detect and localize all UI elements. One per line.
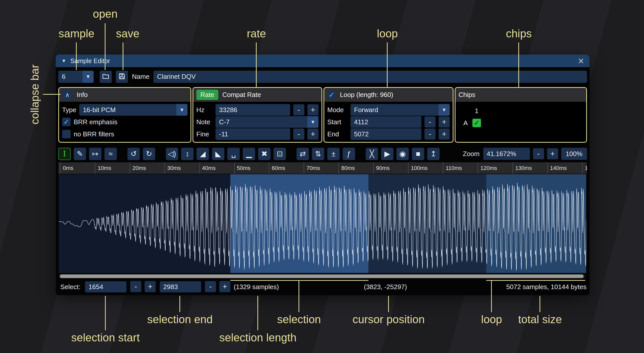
note-select[interactable]: C-7 ▼ <box>216 116 318 128</box>
brr-emphasis-checkbox[interactable]: ✓ <box>62 118 71 126</box>
loop-panel-title: Loop (length: 960) <box>340 91 393 99</box>
apply-silence-button[interactable]: ▁ <box>243 148 255 160</box>
scrollbar-thumb[interactable] <box>60 274 584 278</box>
loop-start-minus-button[interactable]: - <box>424 116 436 128</box>
type-select[interactable]: 16-bit PCM ▼ <box>79 104 187 116</box>
crossfade-button[interactable]: ╳ <box>366 148 378 160</box>
delete-icon: ✖ <box>261 149 267 158</box>
normalize-button[interactable]: ↕ <box>181 148 194 160</box>
titlebar[interactable]: ▼ Sample Editor × <box>56 55 589 67</box>
annotation-cursor-position: cursor position <box>353 313 425 326</box>
filter-button[interactable]: ƒ <box>343 148 355 160</box>
waveform-canvas[interactable] <box>59 174 586 273</box>
selection-start-plus-button[interactable]: + <box>145 281 156 292</box>
type-value: 16-bit PCM <box>83 106 116 114</box>
chevron-down-icon: ▼ <box>176 104 187 116</box>
waveform-scrollbar[interactable] <box>59 274 586 279</box>
stop-icon: ■ <box>416 150 420 158</box>
loop-panel: ✓ Loop (length: 960) Mode Forward ▼ Star… <box>324 87 453 143</box>
fine-plus-button[interactable]: + <box>307 129 318 140</box>
reverse-button[interactable]: ⇄ <box>297 148 309 160</box>
annotation-open: open <box>93 8 118 20</box>
loop-end-minus-button[interactable]: - <box>424 129 436 140</box>
play-cursor-button[interactable]: ◉ <box>396 148 409 160</box>
fade-out-button[interactable]: ◣ <box>212 148 224 160</box>
import-button[interactable]: ↥ <box>427 148 440 160</box>
delete-button[interactable]: ✖ <box>258 148 271 160</box>
open-button[interactable] <box>100 71 112 83</box>
play-button[interactable]: ▶ <box>381 148 393 160</box>
stop-button[interactable]: ■ <box>412 148 424 160</box>
amplify-button[interactable]: ◁) <box>166 148 178 160</box>
ruler-tick: 90ms <box>373 162 390 174</box>
pencil-button[interactable]: ✎ <box>74 148 86 160</box>
ruler-tick: 50ms <box>234 162 251 174</box>
filter-icon: ƒ <box>347 150 351 158</box>
fine-label: Fine <box>196 130 212 138</box>
selection-end-plus-button[interactable]: + <box>219 281 230 292</box>
edit-cursor-button[interactable]: I <box>58 148 71 160</box>
selection-end-minus-button[interactable]: - <box>205 281 216 292</box>
fine-minus-button[interactable]: - <box>293 129 304 140</box>
chips-panel: Chips 1 A ✓ <box>455 87 587 143</box>
ruler-tick: 30ms <box>165 162 181 174</box>
no-brr-filters-checkbox[interactable]: ✓ <box>62 130 71 138</box>
loop-start-input[interactable]: 4112 <box>351 116 421 128</box>
chip-enable-checkbox[interactable]: ✓ <box>472 119 481 127</box>
selection-start-input[interactable]: 1654 <box>85 281 126 292</box>
loop-end-input[interactable]: 5072 <box>351 128 421 140</box>
zoom-label: Zoom <box>463 150 483 158</box>
zoom-input[interactable]: 41.1672% <box>483 148 530 160</box>
redo-icon: ↻ <box>146 149 152 158</box>
annotation-chips: chips <box>506 27 532 40</box>
zoom-out-button[interactable]: - <box>533 148 544 159</box>
rate-panel-title: Compat Rate <box>222 91 261 99</box>
trim-button[interactable]: ⊡ <box>274 148 286 160</box>
resample-button[interactable]: ≈ <box>104 148 117 160</box>
rate-tag[interactable]: Rate <box>196 90 218 100</box>
zoom-reset-button[interactable]: 100% <box>561 148 587 160</box>
loop-start-plus-button[interactable]: + <box>439 116 450 128</box>
loop-end-plus-button[interactable]: + <box>439 129 450 140</box>
chevron-down-icon: ▼ <box>439 104 450 116</box>
undo-button[interactable]: ↺ <box>127 148 140 160</box>
fine-input[interactable]: -11 <box>216 128 290 140</box>
save-button[interactable] <box>116 71 128 83</box>
selection-end-input[interactable]: 2983 <box>160 281 201 292</box>
name-input[interactable]: Clarinet DQV <box>153 71 587 83</box>
hz-input[interactable]: 33286 <box>216 104 290 116</box>
collapse-bar-button[interactable]: ∧ <box>62 90 73 100</box>
annotation-line-selection-length <box>257 296 258 330</box>
loop-enable-checkbox[interactable]: ✓ <box>327 91 336 99</box>
sample-selector[interactable]: 6 ▼ <box>58 71 94 83</box>
fade-in-button[interactable]: ◢ <box>197 148 209 160</box>
loop-mode-select[interactable]: Forward ▼ <box>351 104 450 116</box>
chevron-down-icon: ▼ <box>307 116 318 128</box>
amplify-icon: ◁) <box>168 149 176 158</box>
fade-in-icon: ◢ <box>200 149 205 158</box>
close-icon[interactable]: × <box>578 56 584 66</box>
hz-minus-button[interactable]: - <box>293 104 304 115</box>
window-collapse-icon[interactable]: ▼ <box>61 58 66 64</box>
rate-panel: Rate Compat Rate Hz 33286 - + Note C-7 <box>193 87 322 143</box>
redo-button[interactable]: ↻ <box>143 148 155 160</box>
hz-plus-button[interactable]: + <box>307 104 318 115</box>
ruler-tick: 60ms <box>269 162 285 174</box>
invert-icon: ⇅ <box>315 149 321 158</box>
resize-button[interactable]: ↦ <box>89 148 101 160</box>
normalize-icon: ↕ <box>185 150 189 158</box>
selection-start-minus-button[interactable]: - <box>130 281 141 292</box>
ruler-tick: 100ms <box>408 162 427 174</box>
insert-silence-button[interactable]: ␣ <box>227 148 240 160</box>
annotation-line-selection-start <box>105 296 106 330</box>
signedness-button[interactable]: ± <box>327 148 340 160</box>
waveform-display[interactable] <box>59 174 586 273</box>
timeline-ruler[interactable]: 0ms10ms20ms30ms40ms50ms60ms70ms80ms90ms1… <box>58 162 587 174</box>
play-cursor-icon: ◉ <box>399 149 406 158</box>
info-panel: ∧ Info Type 16-bit PCM ▼ ✓ BRR emphasis <box>58 87 191 143</box>
annotation-selection-length: selection length <box>219 331 297 344</box>
loop-mode-value: Forward <box>354 106 378 114</box>
invert-button[interactable]: ⇅ <box>312 148 324 160</box>
annotation-sample: sample <box>59 27 94 40</box>
zoom-in-button[interactable]: + <box>547 148 558 159</box>
